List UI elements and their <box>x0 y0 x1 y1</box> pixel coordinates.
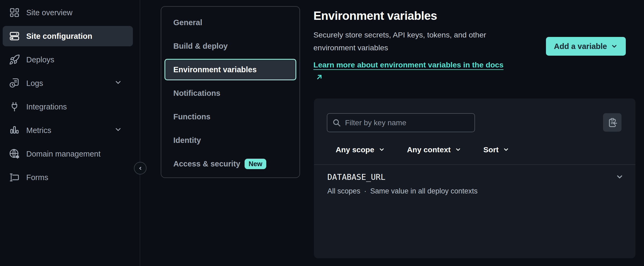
globe-icon <box>9 148 20 160</box>
chevron-down-icon <box>379 146 385 153</box>
main-content: Environment variables Securely store sec… <box>313 0 635 266</box>
settings-nav-general[interactable]: General <box>164 12 296 33</box>
sort-label: Sort <box>483 145 499 154</box>
variable-scope: All scopes <box>327 187 360 195</box>
context-filter-label: Any context <box>407 145 451 154</box>
sidebar-item-site-overview[interactable]: Site overview <box>3 1 133 24</box>
nav-item-label: General <box>173 18 202 27</box>
environment-variables-panel: Any scope Any context Sort DATABASE_URL … <box>314 98 635 258</box>
sidebar-item-domain-management[interactable]: Domain management <box>3 142 133 166</box>
nav-item-label: Environment variables <box>173 65 257 74</box>
site-sidebar: Site overview Site configuration Deploys… <box>0 0 140 266</box>
nav-item-label: Functions <box>173 112 211 121</box>
sidebar-item-label: Deploys <box>26 55 54 64</box>
filter-row <box>314 98 635 132</box>
sidebar-item-label: Integrations <box>26 102 67 111</box>
sidebar-item-metrics[interactable]: Metrics <box>3 119 133 142</box>
sidebar-item-label: Site overview <box>26 8 72 17</box>
chevron-down-icon <box>114 126 122 135</box>
meta-separator: · <box>364 187 366 195</box>
nav-item-label: Build & deploy <box>173 42 228 51</box>
nav-item-label: Identity <box>173 136 201 145</box>
plug-icon <box>9 101 20 113</box>
variable-meta: All scopes · Same value in all deploy co… <box>327 187 622 195</box>
add-variable-button[interactable]: Add a variable <box>546 37 626 56</box>
scope-filter-dropdown[interactable]: Any scope <box>336 145 385 154</box>
sidebar-item-integrations[interactable]: Integrations <box>3 95 133 119</box>
sidebar-item-logs[interactable]: Logs <box>3 71 133 95</box>
settings-nav-environment-variables[interactable]: Environment variables <box>164 59 296 80</box>
variables-list: DATABASE_URL All scopes · Same value in … <box>314 164 635 195</box>
server-icon <box>9 30 20 42</box>
chevron-down-icon <box>611 43 618 50</box>
sidebar-item-site-configuration[interactable]: Site configuration <box>3 26 133 46</box>
nav-item-label: Access & security <box>173 159 240 168</box>
clipboard-import-icon <box>607 117 617 128</box>
variable-context: Same value in all deploy contexts <box>370 187 478 195</box>
rocket-icon <box>9 54 20 66</box>
docs-link[interactable]: Learn more about environment variables i… <box>313 58 513 84</box>
nav-item-label: Notifications <box>173 89 220 98</box>
chevron-down-icon <box>616 173 624 181</box>
variable-key: DATABASE_URL <box>327 172 622 182</box>
settings-nav-card: General Build & deploy Environment varia… <box>161 6 300 178</box>
bar-chart-icon <box>9 124 20 136</box>
docs-link-label: Learn more about environment variables i… <box>313 60 504 69</box>
filters-row: Any scope Any context Sort <box>314 142 635 158</box>
sidebar-item-label: Metrics <box>26 126 51 135</box>
settings-nav-access-security[interactable]: Access & security New <box>164 153 296 174</box>
arrow-up-right-icon <box>313 73 323 82</box>
chevron-down-icon <box>503 146 509 153</box>
context-filter-dropdown[interactable]: Any context <box>407 145 461 154</box>
sidebar-item-deploys[interactable]: Deploys <box>3 48 133 71</box>
settings-nav-notifications[interactable]: Notifications <box>164 82 296 104</box>
import-variables-button[interactable] <box>603 113 621 132</box>
page-description: Securely store secrets, API keys, tokens… <box>313 28 520 54</box>
sidebar-item-label: Forms <box>26 173 48 182</box>
chevron-down-icon <box>455 146 461 153</box>
expand-variable-button[interactable] <box>616 173 624 181</box>
sidebar-item-forms[interactable]: Forms <box>3 166 133 189</box>
filter-key-input[interactable] <box>327 113 475 132</box>
form-input-icon <box>9 172 20 183</box>
chevron-down-icon <box>114 78 122 88</box>
chevron-left-icon <box>137 165 143 171</box>
sidebar-item-label: Site configuration <box>26 32 92 41</box>
settings-nav-build-deploy[interactable]: Build & deploy <box>164 35 296 57</box>
variable-row[interactable]: DATABASE_URL All scopes · Same value in … <box>314 165 635 195</box>
scope-filter-label: Any scope <box>336 145 374 154</box>
search-icon <box>332 118 341 128</box>
sidebar-item-label: Domain management <box>26 150 100 158</box>
new-badge: New <box>245 159 266 169</box>
sidebar-item-label: Logs <box>26 79 43 88</box>
dashboard-icon <box>9 7 20 18</box>
collapse-sidebar-button[interactable] <box>134 162 147 174</box>
settings-nav-functions[interactable]: Functions <box>164 106 296 127</box>
sort-dropdown[interactable]: Sort <box>483 145 509 154</box>
logs-icon <box>9 77 20 89</box>
settings-nav-identity[interactable]: Identity <box>164 130 296 151</box>
page-title: Environment variables <box>313 9 635 22</box>
add-variable-label: Add a variable <box>554 42 607 51</box>
